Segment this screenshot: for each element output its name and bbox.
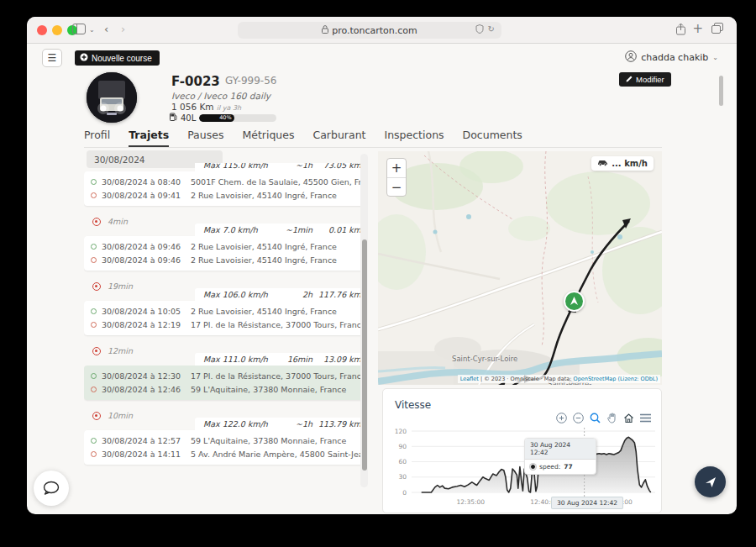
trip-stats: Max 111.0 km/h 16min 13.09 km	[195, 353, 368, 366]
chevron-down-icon: ⌄	[712, 54, 718, 61]
trip-start-row: 30/08/2024 à 12:57 59 L'Aquitaine, 37380…	[91, 436, 361, 445]
vehicle-photo[interactable]	[87, 72, 137, 123]
map-attribution: Leaflet | © 2023 · Omniscale · Map data:…	[458, 375, 660, 383]
tab-trajets[interactable]: Trajets	[129, 129, 169, 147]
url-text: pro.toncarton.com	[332, 25, 417, 36]
chart-menu-icon[interactable]	[640, 413, 651, 423]
trip-card[interactable]: 30/08/2024 à 08:40 5001F Chem. de la Sau…	[84, 171, 368, 206]
chat-button[interactable]	[34, 471, 69, 506]
pause-indicator: 19min	[92, 281, 133, 291]
trip-start-icon	[91, 438, 97, 444]
plus-circle-icon	[80, 53, 88, 63]
tab-carburant[interactable]: Carburant	[312, 129, 365, 141]
chart-home-icon[interactable]	[623, 413, 634, 423]
pause-bullseye-icon	[92, 412, 101, 420]
osm-link[interactable]: OpenStreetMap	[574, 376, 617, 382]
vehicle-name: F-0023	[171, 74, 220, 89]
trip-stats: Max 115.0 km/h ~1h 73.05 km	[195, 163, 368, 171]
speed-chart-panel: Vitesse 030609012012:35:0012:40:0012:45:…	[382, 388, 662, 513]
chart-zoom-in-icon[interactable]	[556, 413, 567, 423]
browser-window: ⌄ ‹ › pro.toncarton.com ↻ + ☰	[27, 17, 737, 514]
lock-icon	[322, 25, 328, 36]
user-icon	[625, 50, 637, 65]
tooltip-value: 77	[564, 463, 572, 471]
tab-bar: Profil Trajets Pauses Métriques Carburan…	[84, 129, 662, 148]
trip-end-row: 30/08/2024 à 09:46 2 Rue Lavoisier, 4514…	[91, 255, 361, 265]
svg-text:120: 120	[395, 428, 407, 435]
pause-bullseye-icon	[92, 282, 101, 291]
hamburger-menu-button[interactable]: ☰	[42, 49, 62, 67]
vehicle-model: Iveco / Iveco 160 daily	[171, 91, 270, 101]
tab-profil[interactable]: Profil	[84, 129, 110, 141]
tab-pauses[interactable]: Pauses	[187, 129, 223, 141]
user-menu[interactable]: chadda chakib ⌄	[625, 50, 718, 65]
pause-indicator: 4min	[92, 217, 128, 226]
pause-bullseye-icon	[92, 218, 101, 226]
trip-card[interactable]: 30/08/2024 à 10:05 2 Rue Lavoisier, 4514…	[84, 301, 368, 335]
trips-scrollbar-thumb[interactable]	[362, 239, 367, 471]
chart-zoom-out-icon[interactable]	[573, 413, 584, 423]
chart-selection-zoom-icon[interactable]	[590, 413, 601, 423]
trip-card[interactable]: 30/08/2024 à 12:57 59 L'Aquitaine, 37380…	[84, 430, 368, 465]
trip-group: 4min Max 7.0 km/h ~1min 0.01 km 30/08/20…	[84, 214, 368, 271]
chart-tooltip: 30 Aug 2024 12:42 speed: 77	[524, 438, 596, 475]
live-speed-box: ... km/h	[591, 156, 654, 171]
trip-end-row: 30/08/2024 à 09:41 2 Rue Lavoisier, 4514…	[91, 191, 361, 200]
trip-stats: Max 122.0 km/h ~1h 113.79 km	[195, 418, 368, 430]
new-course-button[interactable]: Nouvelle course	[75, 50, 160, 66]
trip-end-row: 30/08/2024 à 12:19 17 Pl. de la Résistan…	[91, 320, 361, 329]
vehicle-odometer: 1 056 Km il ya 3h	[171, 102, 241, 112]
map-zoom-in-button[interactable]: +	[387, 159, 406, 177]
tabs-overview-icon[interactable]	[711, 23, 723, 36]
leaflet-link[interactable]: Leaflet	[460, 376, 479, 382]
route-map[interactable]: + − ... km/h Saint-Cyr-sur-Loire La Rich…	[378, 151, 662, 385]
share-icon[interactable]	[675, 23, 686, 38]
trip-end-icon	[91, 257, 97, 263]
vehicle-position-marker[interactable]	[564, 291, 585, 312]
locate-button[interactable]	[695, 466, 726, 497]
page-scrollbar[interactable]	[719, 76, 723, 106]
trip-start-icon	[91, 308, 97, 314]
trip-card-selected[interactable]: 30/08/2024 à 12:30 17 Pl. de la Résistan…	[84, 366, 368, 400]
new-tab-icon[interactable]: +	[692, 21, 703, 36]
minimize-window-button[interactable]	[52, 25, 62, 35]
map-zoom-out-button[interactable]: −	[387, 177, 406, 196]
trip-card[interactable]: 30/08/2024 à 09:46 2 Rue Lavoisier, 4514…	[84, 236, 368, 271]
app-header: ☰ Nouvelle course chadda chakib ⌄	[27, 44, 737, 72]
trip-start-row: 30/08/2024 à 12:30 17 Pl. de la Résistan…	[91, 371, 361, 381]
user-name: chadda chakib	[641, 52, 708, 63]
x-axis-tooltip: 30 Aug 2024 12:42	[551, 497, 623, 509]
address-bar[interactable]: pro.toncarton.com ↻	[238, 22, 501, 39]
fuel-pump-icon	[170, 113, 177, 123]
chevron-down-icon[interactable]: ⌄	[89, 26, 95, 34]
svg-text:90: 90	[398, 443, 407, 450]
trip-start-icon	[91, 244, 97, 250]
car-icon	[597, 159, 608, 168]
trip-start-row: 30/08/2024 à 10:05 2 Rue Lavoisier, 4514…	[91, 307, 361, 316]
chart-pan-icon[interactable]	[606, 413, 617, 423]
chat-bubble-icon	[42, 480, 60, 497]
trip-end-icon	[91, 451, 97, 457]
svg-text:0: 0	[402, 489, 407, 497]
edit-vehicle-button[interactable]: Modifier	[619, 72, 671, 87]
trip-end-row: 30/08/2024 à 12:46 59 L'Aquitaine, 37380…	[91, 385, 361, 394]
close-window-button[interactable]	[37, 25, 47, 35]
svg-text:60: 60	[398, 458, 407, 465]
privacy-shield-icon[interactable]	[475, 24, 484, 36]
tab-metriques[interactable]: Métriques	[242, 129, 294, 141]
tab-documents[interactable]: Documents	[463, 129, 522, 141]
trip-end-icon	[91, 387, 97, 392]
fuel-gauge-fill: 40%	[199, 114, 234, 122]
trips-list: Max 115.0 km/h ~1h 73.05 km 30/08/2024 à…	[84, 163, 368, 471]
sidebar-toggle-icon[interactable]	[72, 24, 86, 37]
trip-start-row: 30/08/2024 à 08:40 5001F Chem. de la Sau…	[91, 177, 361, 187]
map-canvas	[378, 151, 662, 385]
tab-inspections[interactable]: Inspections	[384, 129, 444, 141]
back-icon[interactable]: ‹	[104, 23, 108, 35]
forward-icon[interactable]: ›	[121, 23, 125, 35]
vehicle-plate: GY-999-56	[225, 75, 276, 87]
reload-icon[interactable]: ↻	[488, 24, 495, 36]
odometer-updated-ago: il ya 3h	[217, 104, 241, 112]
trip-stats: Max 7.0 km/h ~1min 0.01 km	[195, 224, 368, 236]
pause-indicator: 10min	[92, 411, 133, 420]
